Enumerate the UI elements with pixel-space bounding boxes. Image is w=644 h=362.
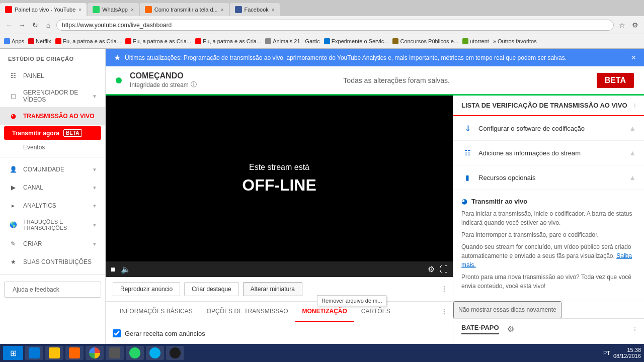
sidebar-item-painel[interactable]: ☷ PAINEL <box>0 67 105 85</box>
download-icon: ⇓ <box>461 122 473 134</box>
back-button[interactable]: ← <box>4 20 14 30</box>
bookmark-outros[interactable]: » Outros favoritos <box>493 38 537 44</box>
live-radio-icon: ◕ <box>461 197 467 205</box>
mute-button[interactable]: 🔈 <box>121 264 131 274</box>
tab-youtube-close[interactable]: × <box>78 7 82 13</box>
bookmark-animais[interactable]: Animais 21 - Gartic <box>265 38 320 44</box>
reproduzir-anuncio-button[interactable]: Reproduzir anúncio <box>113 282 180 296</box>
bookmark-concursos[interactable]: Concursos Públicos e... <box>392 38 458 44</box>
tab-whatsapp-close[interactable]: × <box>131 7 134 13</box>
monetization-label: Gerar receita com anúncios <box>125 330 205 337</box>
bookmark-apps[interactable]: Apps <box>4 38 24 44</box>
checklist-item-adicione[interactable]: ☷ Adicione as informações do stream ▲ <box>453 141 644 165</box>
reload-button[interactable]: ↻ <box>30 20 40 30</box>
facebook-tab-icon <box>235 6 242 13</box>
help-feedback-button[interactable]: Ajuda e feedback <box>4 282 101 298</box>
tab-opcoes[interactable]: OPÇÕES DE TRANSMISSÃO <box>200 302 295 322</box>
live-desc4: Pronto para uma nova transmissão ao vivo… <box>461 273 636 291</box>
chrome-icon <box>89 347 100 358</box>
monetization-checkbox[interactable] <box>113 329 121 337</box>
traducoes-icon: 🌎 <box>8 220 18 230</box>
sidebar-item-criar[interactable]: ✎ CRIAR ▼ <box>0 235 105 253</box>
address-bar[interactable]: https://www.youtube.com/live_dashboard <box>56 20 614 31</box>
tab-youtube[interactable]: Painel ao vivo - YouTube × <box>0 3 87 16</box>
action-grid-icon[interactable]: ⁝ <box>443 284 446 295</box>
sidebar-item-analytics-label: ANALYTICS <box>23 202 87 209</box>
contribuicoes-icon: ★ <box>8 257 18 267</box>
bookmark-star[interactable]: ☆ <box>617 20 627 30</box>
tab-content: Gerar receita com anúncios <box>106 322 453 344</box>
taskbar-search[interactable] <box>106 346 124 360</box>
monetization-checkbox-row: Gerar receita com anúncios <box>113 329 446 337</box>
extensions-button[interactable]: ⚙ <box>630 20 640 30</box>
main-two-col: Este stream está OFF-LINE ■ 🔈 ⚙ ⛶ Reprod… <box>106 96 644 344</box>
sidebar-item-analytics[interactable]: ▸ ANALYTICS ▼ <box>0 197 105 215</box>
tab-facebook[interactable]: Facebook × <box>230 3 280 16</box>
checklist-item-recursos[interactable]: ▮ Recursos opcionais ▲ <box>453 165 644 190</box>
chat-grid-icon[interactable]: ⁝ <box>634 326 636 333</box>
painel-icon: ☷ <box>8 71 18 81</box>
sidebar-item-transmissao[interactable]: ◕ TRANSMISSÃO AO VIVO <box>0 107 105 125</box>
sidebar-item-contribuicoes[interactable]: ★ SUAS CONTRIBUIÇÕES <box>0 253 105 271</box>
sidebar-item-canal[interactable]: ▶ CANAL ▼ <box>0 178 105 197</box>
bookmark-outros-label: » Outros favoritos <box>493 38 537 44</box>
analytics-icon: ▸ <box>8 201 18 211</box>
stop-button[interactable]: ■ <box>111 265 116 274</box>
offline-overlay: Este stream está OFF-LINE <box>242 163 316 195</box>
taskbar-orange[interactable] <box>65 346 84 360</box>
live-tips-section: ◕ Transmitir ao vivo Para iniciar a tran… <box>453 190 644 301</box>
sidebar-item-traducoes[interactable]: 🌎 TRADUÇÕES E TRANSCRIÇÕES ▼ <box>0 215 105 235</box>
bookmark-yt1-label: Eu, a patroa e as Cria... <box>63 38 121 44</box>
taskbar-explorer[interactable] <box>25 346 43 360</box>
windows-icon: ⊞ <box>10 348 17 358</box>
no-show-button[interactable]: Não mostrar essas dicas novamente <box>453 301 561 318</box>
sidebar-header: ESTÚDIO DE CRIAÇÃO <box>0 49 105 67</box>
tab-informacoes[interactable]: INFORMAÇÕES BÁSICAS <box>113 302 200 322</box>
checklist-item-configurar[interactable]: ⇓ Configurar o software de codificação ▲ <box>453 116 644 141</box>
bookmark-experimente[interactable]: Experimente o Servic... <box>324 38 389 44</box>
forward-button[interactable]: → <box>17 20 27 30</box>
sidebar-item-painel-label: PAINEL <box>23 72 97 79</box>
yt3-bookmark-icon <box>195 38 201 44</box>
sidebar-item-eventos[interactable]: Eventos <box>0 141 105 154</box>
tab-tela[interactable]: Como transmitir a tela d... × <box>140 3 229 16</box>
sidebar-item-comunidade[interactable]: 👤 COMUNIDADE ▼ <box>0 160 105 178</box>
checklist-header: LISTA DE VERIFICAÇÃO DE TRANSMISSÃO AO V… <box>453 96 644 116</box>
bookmark-yt2[interactable]: Eu, a patroa e as Cria... <box>125 38 191 44</box>
bookmark-yt3-label: Eu, a patroa e as Cria... <box>203 38 261 44</box>
stream-status-label: COMEÇANDO <box>130 71 197 80</box>
explorer-icon <box>29 347 40 358</box>
sidebar-item-gerenciador-label: GERENCIADOR DE VÍDEOS <box>23 89 87 103</box>
bate-papo-tab[interactable]: BATE-PAPO <box>461 324 499 334</box>
fullscreen-button[interactable]: ⛶ <box>440 265 448 274</box>
bookmark-yt1[interactable]: Eu, a patroa e as Cria... <box>55 38 121 44</box>
yt1-bookmark-icon <box>55 38 61 44</box>
notification-close-button[interactable]: × <box>631 53 636 62</box>
settings-button[interactable]: ⚙ <box>428 264 435 274</box>
notification-banner: ★ Últimas atualizações: Programação de t… <box>106 49 644 66</box>
taskbar-skype[interactable] <box>146 346 164 360</box>
checklist-grid-icon[interactable]: ⁝ <box>634 102 636 109</box>
sidebar-item-gerenciador[interactable]: ▢ GERENCIADOR DE VÍDEOS ▼ <box>0 85 105 107</box>
tab-tela-close[interactable]: × <box>221 7 224 13</box>
tab-whatsapp[interactable]: WhatsApp × <box>88 3 139 16</box>
stream-status-dot <box>116 77 122 83</box>
alterar-miniatura-button[interactable]: Alterar miniatura <box>243 282 302 296</box>
taskbar-obs[interactable] <box>166 346 184 360</box>
sidebar-item-contribuicoes-label: SUAS CONTRIBUIÇÕES <box>23 258 97 265</box>
taskbar-folder[interactable] <box>45 346 63 360</box>
tab-facebook-close[interactable]: × <box>272 7 275 13</box>
live-desc3: Quando seu stream for concluído, um víde… <box>461 242 636 269</box>
taskbar-whatsapp[interactable] <box>126 346 144 360</box>
criar-destaque-button[interactable]: Criar destaque <box>184 282 239 296</box>
sidebar-transmitir-agora[interactable]: Transmitir agora BETA <box>4 126 101 140</box>
taskbar-chrome[interactable] <box>86 346 104 360</box>
home-button[interactable]: ⌂ <box>43 20 53 30</box>
tabs-grid-icon[interactable]: ⁝ <box>443 306 446 317</box>
bookmark-utorrent[interactable]: utorrent <box>462 38 489 44</box>
checklist-section: LISTA DE VERIFICAÇÃO DE TRANSMISSÃO AO V… <box>453 96 644 344</box>
bookmark-netflix[interactable]: Netflix <box>28 38 51 44</box>
chat-settings-icon[interactable]: ⚙ <box>507 324 514 334</box>
bookmark-yt3[interactable]: Eu, a patroa e as Cria... <box>195 38 261 44</box>
start-button[interactable]: ⊞ <box>3 346 23 360</box>
